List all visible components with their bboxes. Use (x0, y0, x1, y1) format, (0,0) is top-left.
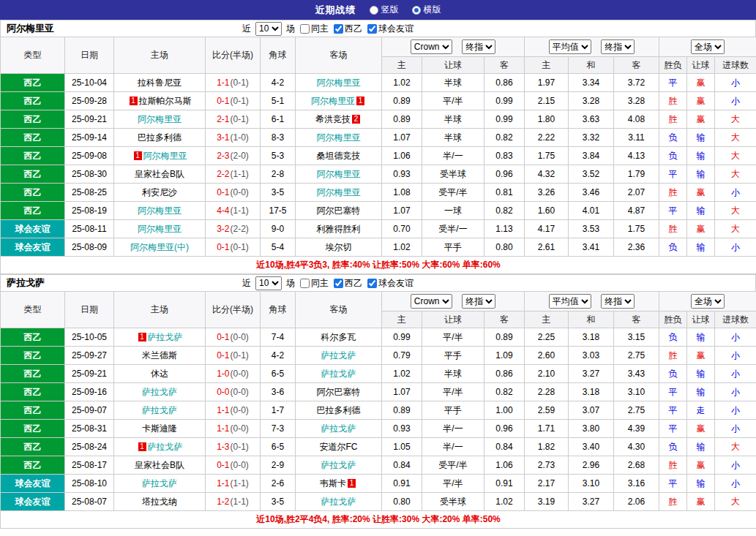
team-link[interactable]: 巴拉多利德 (138, 132, 181, 143)
same-home-toggle[interactable]: 同主 (297, 23, 329, 35)
avg-draw-odds: 3.84 (569, 147, 614, 165)
match-date: 25-09-28 (65, 92, 114, 110)
recent-results-panel: 近期战绩 竖版 横版 阿尔梅里亚 近 10 场 同主 西乙 (0, 0, 756, 529)
avg-away-odds: 4.39 (614, 420, 659, 438)
team-link[interactable]: 阿尔巴塞特 (317, 205, 361, 216)
team-link[interactable]: 阿尔巴塞特 (317, 387, 361, 397)
team-link[interactable]: 塔拉戈纳 (142, 497, 177, 507)
same-home-checkbox[interactable] (300, 24, 310, 34)
team-link[interactable]: 萨拉戈萨 (321, 350, 356, 361)
result-goalline: 大 (715, 129, 756, 147)
layout-option-vertical[interactable]: 竖版 (370, 4, 399, 16)
result-outcome: 平 (659, 475, 687, 493)
team-name[interactable]: 萨拉戈萨 (1, 276, 118, 290)
team-link[interactable]: 休达 (151, 369, 168, 379)
team-link[interactable]: 巴拉多利德 (317, 405, 361, 415)
avg-odds-select[interactable]: 平均值 (549, 39, 591, 54)
team-link[interactable]: 希洪竞技 (315, 114, 351, 124)
team-link[interactable]: 萨拉戈萨 (321, 423, 356, 434)
team-link[interactable]: 萨拉戈萨 (148, 332, 183, 342)
team-link[interactable]: 科尔多瓦 (321, 332, 356, 342)
crown-home-odds: 1.02 (382, 238, 422, 257)
team-link[interactable]: 皇家社会B队 (135, 460, 184, 470)
team-link[interactable]: 利雅得胜利 (317, 224, 361, 234)
home-team-cell: 休达 (114, 365, 206, 383)
team-link[interactable]: 萨拉戈萨 (321, 460, 356, 470)
team-link[interactable]: 韦斯卡 (320, 478, 346, 488)
team-link[interactable]: 萨拉戈萨 (142, 405, 177, 415)
final-odds-select[interactable]: 终指 (462, 294, 495, 309)
friendly-toggle[interactable]: 球会友谊 (364, 23, 413, 35)
avg-odds-select[interactable]: 平均值 (549, 294, 591, 309)
league-checkbox[interactable] (334, 279, 343, 288)
match-row: 西乙25-08-19阿尔梅里亚4-4(1-1)17-5阿尔巴塞特1.07一球0.… (1, 202, 756, 220)
match-count-select[interactable]: 10 (255, 276, 282, 290)
team-link[interactable]: 阿尔梅里亚 (317, 78, 361, 88)
team-link[interactable]: 阿尔梅里亚 (317, 132, 361, 143)
match-row: 西乙25-08-30皇家社会B队2-2(1-1)2-8阿尔梅里亚0.93受半球0… (1, 165, 756, 184)
team-link[interactable]: 拉科鲁尼亚 (138, 78, 181, 88)
crown-away-odds: 0.86 (484, 74, 525, 92)
odds-source-select[interactable]: Crown (411, 39, 452, 54)
scope-select[interactable]: 全场 (691, 39, 725, 54)
layout-radio-vertical[interactable] (370, 6, 378, 15)
friendly-checkbox[interactable] (367, 279, 377, 288)
corner-cell: 6-5 (261, 365, 296, 383)
crown-handicap: 受半/一 (422, 220, 484, 238)
team-link[interactable]: 米兰德斯 (142, 350, 177, 361)
team-link[interactable]: 拉斯帕尔马斯 (139, 96, 192, 106)
avg-final-odds-select[interactable]: 终指 (601, 294, 635, 309)
match-date: 25-08-25 (65, 184, 114, 202)
halftime-score: (0-0) (231, 187, 249, 197)
friendly-checkbox[interactable] (367, 24, 377, 34)
avg-draw-odds: 3.41 (569, 238, 614, 257)
same-home-checkbox[interactable] (300, 279, 310, 288)
league-toggle[interactable]: 西乙 (331, 23, 362, 35)
team-link[interactable]: 阿尔梅里亚 (311, 96, 355, 106)
match-count-select[interactable]: 10 (255, 22, 282, 36)
crown-home-odds: 1.07 (382, 129, 422, 147)
scope-select[interactable]: 全场 (691, 294, 725, 309)
league-checkbox[interactable] (334, 24, 343, 34)
friendly-toggle[interactable]: 球会友谊 (364, 277, 413, 290)
layout-option-horizontal[interactable]: 横版 (412, 4, 441, 16)
team-link[interactable]: 萨拉戈萨 (142, 387, 177, 397)
layout-radio-horizontal[interactable] (412, 6, 421, 15)
team-link[interactable]: 桑坦德竞技 (317, 151, 361, 161)
team-link[interactable]: 萨拉戈萨 (142, 478, 177, 488)
avg-home-odds: 2.59 (525, 401, 569, 420)
team-link[interactable]: 安道尔FC (320, 442, 358, 452)
near-label: 近 (242, 277, 251, 290)
away-team-cell: 希洪竞技2 (296, 110, 382, 129)
league-toggle[interactable]: 西乙 (331, 277, 362, 290)
team-link[interactable]: 阿尔梅里亚 (138, 224, 181, 234)
team-link[interactable]: 利安尼沙 (142, 187, 177, 197)
corner-cell: 3-5 (261, 184, 296, 202)
team-link[interactable]: 卡斯迪隆 (142, 423, 177, 434)
match-row: 西乙25-09-14巴拉多利德3-1(1-0)8-3阿尔梅里亚1.07半球0.8… (1, 129, 756, 147)
team-link[interactable]: 埃尔切 (326, 242, 352, 252)
same-home-toggle[interactable]: 同主 (297, 277, 329, 290)
same-home-label: 同主 (311, 23, 329, 35)
team-link[interactable]: 萨拉戈萨 (148, 442, 183, 452)
final-odds-select[interactable]: 终指 (462, 39, 495, 54)
team-link[interactable]: 皇家社会B队 (135, 169, 184, 179)
team-link[interactable]: 阿尔梅里亚 (138, 205, 181, 216)
subcol-crown-handicap: 让球 (422, 312, 484, 328)
odds-source-select[interactable]: Crown (411, 294, 452, 309)
avg-final-odds-select[interactable]: 终指 (601, 39, 635, 54)
result-handicap: 输 (687, 365, 715, 383)
crown-handicap: 平/半 (422, 92, 484, 110)
halftime-score: (0-1) (231, 350, 249, 361)
team-name[interactable]: 阿尔梅里亚 (1, 22, 118, 35)
team-link[interactable]: 萨拉戈萨 (321, 497, 356, 507)
corner-cell: 1-7 (261, 401, 296, 420)
team-link[interactable]: 阿尔梅里亚 (138, 114, 181, 124)
crown-home-odds: 0.70 (382, 220, 422, 238)
team-link[interactable]: 阿尔梅里亚 (317, 169, 361, 179)
filter-bar: 近 10 场 同主 西乙 球会友谊 (242, 22, 413, 36)
team-link[interactable]: 阿尔梅里亚 (143, 151, 187, 161)
team-link[interactable]: 阿尔梅里亚(中) (130, 242, 189, 252)
team-link[interactable]: 萨拉戈萨 (321, 369, 356, 379)
team-link[interactable]: 阿尔梅里亚 (317, 187, 361, 197)
